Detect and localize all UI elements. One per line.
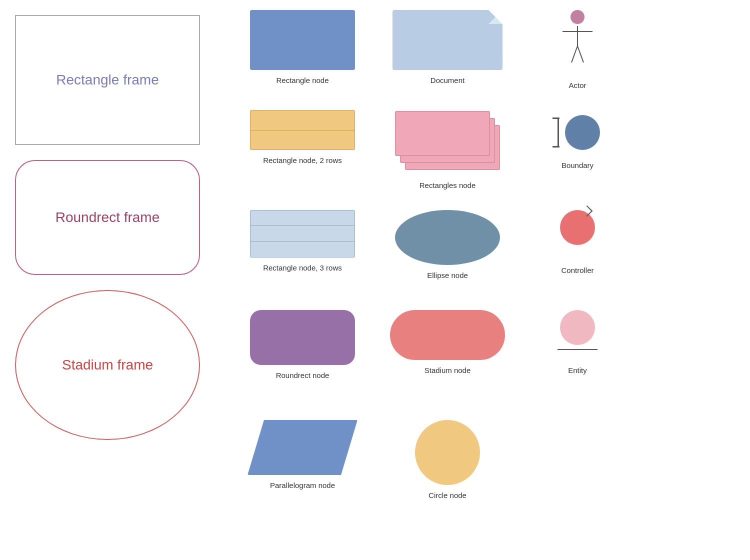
- rectangle-shape: [250, 10, 355, 70]
- rect3rows-node-label: Rectangle node, 3 rows: [263, 264, 342, 272]
- document-node-item: Document: [375, 10, 520, 90]
- roundrect-node-item: Roundrect node: [230, 310, 375, 380]
- circle-node-shape: [415, 420, 480, 485]
- document-node-label: Document: [430, 76, 464, 84]
- entity-node-item: Entity: [520, 310, 635, 380]
- ellipse-shape: [395, 210, 500, 265]
- ellipse-node-item: Ellipse node: [375, 210, 520, 280]
- roundrect-frame-label: Roundrect frame: [56, 210, 160, 226]
- rect3rows-row1: [250, 210, 354, 226]
- actor-leg-left: [577, 46, 584, 63]
- ellipse-node-label: Ellipse node: [427, 271, 468, 280]
- document-shape: [392, 10, 502, 70]
- actor-leg-right: [571, 46, 578, 63]
- entity-node-label: Entity: [568, 366, 587, 374]
- circle-shape: [415, 420, 480, 485]
- rect2rows-node-label: Rectangle node, 2 rows: [263, 156, 342, 164]
- entity-circle: [560, 310, 595, 345]
- rect2rows-node-shape: [250, 110, 355, 150]
- parallelogram-shape: [248, 420, 358, 475]
- parallelogram-node-item: Parallelogram node: [230, 420, 375, 500]
- actor-arms: [562, 31, 592, 32]
- row5: Parallelogram node Circle node: [230, 420, 520, 514]
- rectangle-frame-label: Rectangle frame: [56, 72, 158, 88]
- row1: Rectangle node Document: [230, 10, 635, 104]
- controller-shape: [555, 210, 600, 260]
- rectangles-stack-shape: [395, 110, 500, 175]
- actor-node-label: Actor: [568, 81, 586, 90]
- rect2rows-shape: [250, 110, 355, 150]
- rect3rows-node-item: Rectangle node, 3 rows: [230, 210, 375, 280]
- row3: Rectangle node, 3 rows Ellipse node Cont…: [230, 210, 635, 294]
- rect2rows-top: [250, 110, 354, 130]
- rectangle-frame-item: Rectangle frame: [15, 15, 215, 145]
- entity-node-shape: [558, 310, 598, 360]
- ellipse-node-shape: [395, 210, 500, 265]
- boundary-node-shape: [548, 110, 608, 155]
- rect2rows-node-item: Rectangle node, 2 rows: [230, 110, 375, 190]
- rectangle-node-shape: [250, 10, 355, 70]
- rect3rows-node-shape: [250, 210, 355, 258]
- stadium-frame: Stadium frame: [15, 290, 200, 440]
- parallelogram-node-shape: [248, 420, 358, 475]
- actor-body: [577, 26, 578, 75]
- roundrect-frame-item: Roundrect frame: [15, 160, 215, 275]
- boundary-node-item: Boundary: [520, 110, 635, 190]
- rect3rows-row3: [250, 242, 354, 257]
- rect3rows-shape: [250, 210, 355, 258]
- rectangle-frame: Rectangle frame: [15, 15, 200, 145]
- stack-rect-1: [395, 111, 490, 156]
- boundary-node-label: Boundary: [562, 161, 594, 170]
- rectangles-node-label: Rectangles node: [420, 181, 476, 190]
- stadium-node-shape: [390, 310, 505, 360]
- controller-node-shape: [555, 210, 600, 260]
- document-node-shape: [392, 10, 502, 70]
- roundrect-node-shape-inner: [250, 310, 355, 365]
- rectangle-node-label: Rectangle node: [276, 76, 328, 84]
- circle-node-item: Circle node: [375, 420, 520, 500]
- boundary-line: [558, 118, 559, 148]
- row4: Roundrect node Stadium node Entity: [230, 310, 635, 394]
- roundrect-node-shape: [250, 310, 355, 365]
- actor-shape: [558, 10, 598, 75]
- actor-torso: [577, 26, 578, 46]
- rect3rows-row2: [250, 226, 354, 242]
- rectangles-node-item: Rectangles node: [375, 110, 520, 190]
- controller-arrow: [582, 206, 593, 217]
- actor-head: [570, 10, 584, 24]
- boundary-shape: [548, 110, 608, 155]
- rectangle-node-item: Rectangle node: [230, 10, 375, 90]
- rect2rows-bottom: [250, 130, 354, 150]
- controller-node-label: Controller: [561, 266, 594, 274]
- rectangles-node-shape: [395, 110, 500, 175]
- stadium-frame-label: Stadium frame: [62, 357, 153, 373]
- roundrect-node-label: Roundrect node: [276, 371, 330, 380]
- boundary-h-bottom: [552, 146, 560, 148]
- stadium-node-label: Stadium node: [424, 366, 471, 374]
- stadium-shape: [390, 310, 505, 360]
- stadium-node-item: Stadium node: [375, 310, 520, 380]
- actor-node-shape: [558, 10, 598, 75]
- boundary-h-top: [552, 118, 560, 119]
- roundrect-frame: Roundrect frame: [15, 160, 200, 275]
- stadium-frame-item: Stadium frame: [15, 290, 215, 440]
- actor-node-item: Actor: [520, 10, 635, 90]
- boundary-circle: [565, 115, 600, 150]
- controller-circle: [560, 210, 595, 245]
- entity-line: [558, 349, 598, 350]
- controller-node-item: Controller: [520, 210, 635, 280]
- entity-shape: [558, 310, 598, 360]
- left-column: Rectangle frame Roundrect frame Stadium …: [15, 15, 215, 455]
- row2: Rectangle node, 2 rows Rectangles node: [230, 110, 635, 204]
- canvas: Rectangle frame Roundrect frame Stadium …: [0, 0, 750, 560]
- parallelogram-node-label: Parallelogram node: [270, 481, 335, 490]
- circle-node-label: Circle node: [428, 491, 466, 500]
